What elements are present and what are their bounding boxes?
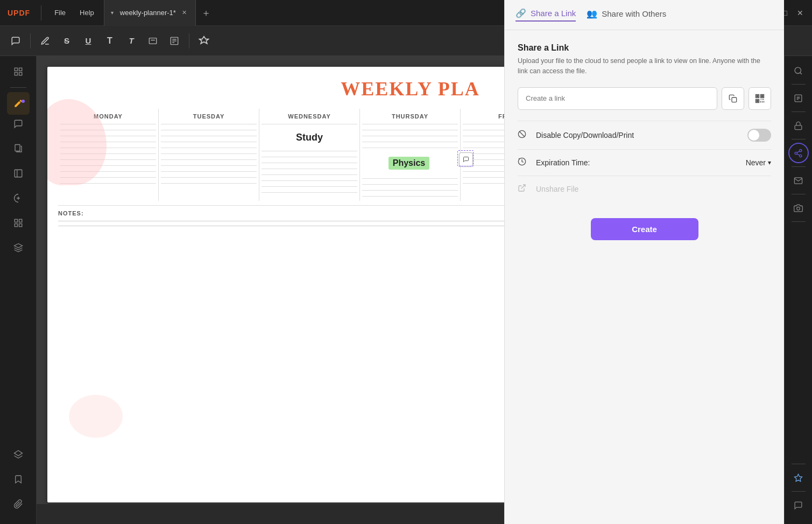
sidebar-organize-icon[interactable] [7,212,30,234]
expiry-value-selector[interactable]: Never ▾ [746,158,771,167]
active-tab[interactable]: ▾ weekly-planner-1* ✕ [104,0,196,26]
sidebar-layers-icon[interactable] [7,443,30,466]
tuesday-header: TUESDAY [161,113,257,120]
svg-rect-10 [15,145,20,151]
svg-point-42 [795,152,797,154]
svg-rect-20 [757,95,758,97]
disable-label: Disable Copy/Download/Print [536,131,741,139]
search-icon-button[interactable] [788,60,809,81]
camera-button[interactable] [788,198,809,218]
qr-code-button[interactable] [749,87,771,110]
notes-label: NOTES: [58,210,84,216]
unshare-icon [518,184,529,194]
wednesday-column: WEDNESDAY Study [259,109,360,201]
sidebar-convert-icon[interactable] [7,236,30,259]
right-sidebar-divider-4 [792,166,806,167]
sidebar-annotation-icon[interactable] [7,92,30,115]
right-sidebar-divider-7 [792,464,806,464]
selection-indicator [457,150,474,166]
close-button[interactable]: ✕ [797,9,803,17]
ocr-button[interactable] [788,88,809,108]
physics-badge: Physics [389,157,429,170]
share-button[interactable] [788,143,809,163]
share-input-row [518,87,771,110]
right-sidebar-divider-6 [792,221,806,222]
svg-rect-13 [15,219,17,222]
study-text: Study [296,130,323,145]
disable-icon [518,130,529,141]
sidebar-thumbnail-icon[interactable] [7,60,30,83]
unshare-label: Unshare File [536,185,578,193]
chat-button[interactable] [788,495,809,515]
sidebar-fillsign-icon[interactable] [7,187,30,209]
main-layout: WEEKLY PLA MONDAY TUESDAY [0,56,812,524]
right-sidebar-bottom [788,463,809,520]
svg-rect-14 [19,219,22,222]
strikethrough-tool-button[interactable]: S [58,32,76,50]
disable-toggle[interactable] [747,129,771,142]
sidebar-edit-icon[interactable] [7,162,30,185]
ai-button[interactable] [788,467,809,488]
thursday-column: THURSDAY Physics [360,109,461,201]
right-sidebar-divider-3 [792,139,806,139]
file-menu[interactable]: File [49,6,71,19]
tuesday-lines [161,124,257,184]
sidebar-bookmark-icon[interactable] [7,468,30,491]
left-sidebar [0,56,37,524]
svg-line-31 [519,131,524,136]
toolbar-divider-1 [30,33,31,48]
highlight-tool-button[interactable] [36,32,54,50]
svg-line-33 [521,185,525,188]
share-panel: 🔗 Share a Link 👥 Share with Others Share… [504,56,784,524]
share-link-input[interactable] [518,87,717,110]
svg-rect-16 [19,224,22,227]
email-button[interactable] [788,170,809,191]
unshare-row: Unshare File [518,176,771,202]
svg-rect-6 [15,68,17,71]
wednesday-header: WEDNESDAY [262,113,357,120]
svg-point-46 [797,207,800,210]
create-link-button[interactable]: Create [591,218,698,240]
bold-text-button[interactable]: T [122,32,140,50]
toolbar-divider-2 [189,33,189,48]
svg-rect-18 [732,97,737,102]
sidebar-comment-icon[interactable] [7,113,30,135]
svg-rect-0 [149,38,157,44]
text-box-button[interactable] [144,32,162,50]
svg-marker-47 [794,474,802,481]
svg-point-34 [795,67,801,73]
expiry-label: Expiration Time: [536,158,739,167]
help-menu[interactable]: Help [74,6,100,19]
sidebar-active-dot [22,100,25,103]
decorative-blob-mid [69,395,123,438]
text-tool-button[interactable]: T [101,32,119,50]
svg-line-45 [797,151,800,152]
text-layout-button[interactable] [165,32,183,50]
tab-close-button[interactable]: ✕ [180,9,189,17]
sidebar-attachment-icon[interactable] [7,493,30,515]
menu-bar: File Help [45,6,104,19]
color-tool-button[interactable] [195,32,213,50]
svg-point-43 [800,155,802,157]
comment-tool-button[interactable] [6,32,25,50]
thursday-header: THURSDAY [362,113,458,120]
svg-rect-15 [15,224,17,227]
expiry-row: Expiration Time: Never ▾ [518,149,771,176]
svg-rect-8 [15,73,17,75]
svg-rect-9 [19,73,22,75]
sidebar-pages-icon[interactable] [7,137,30,160]
right-sidebar-divider-8 [792,491,806,492]
sidebar-bottom [7,443,30,520]
chevron-down-icon: ▾ [768,159,771,166]
disable-option-row: Disable Copy/Download/Print [518,121,771,149]
copy-link-button[interactable] [722,87,744,110]
lock-button[interactable] [788,115,809,136]
new-tab-button[interactable]: ＋ [196,6,216,19]
tab-arrow-icon: ▾ [111,10,114,16]
svg-marker-17 [14,451,22,456]
svg-rect-24 [757,100,758,102]
right-sidebar [784,56,812,524]
underline-tool-button[interactable]: U [79,32,97,50]
right-sidebar-divider-1 [792,84,806,85]
svg-point-41 [800,149,802,151]
